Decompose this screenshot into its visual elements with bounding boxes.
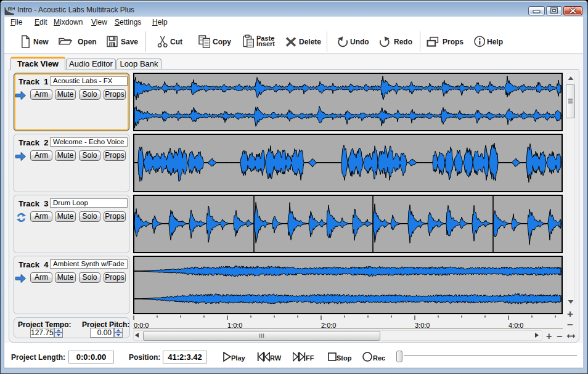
svg-text:0:0:0: 0:0:0: [134, 322, 149, 328]
svg-text:3:0:0: 3:0:0: [415, 322, 430, 328]
svg-text:2:0:0: 2:0:0: [321, 322, 336, 328]
svg-text:1:0:0: 1:0:0: [227, 322, 242, 328]
svg-text:m+: m+: [8, 6, 15, 12]
svg-text:4:0:0: 4:0:0: [508, 322, 523, 328]
